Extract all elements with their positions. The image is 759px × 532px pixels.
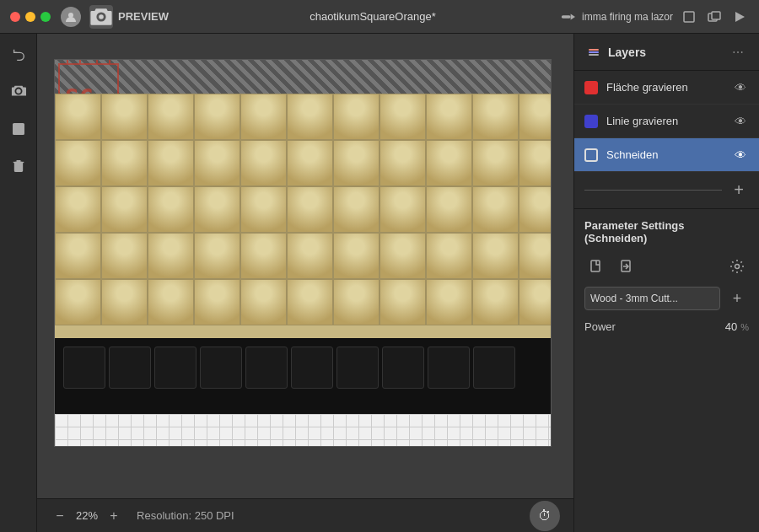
- camera-button[interactable]: [6, 79, 31, 105]
- tile: [55, 94, 101, 140]
- tile: [519, 233, 552, 279]
- avatar: [61, 7, 81, 27]
- material-add-button[interactable]: +: [725, 287, 749, 310]
- tile: [380, 186, 426, 233]
- dark-item: [473, 347, 515, 389]
- fit-button[interactable]: [6, 116, 31, 142]
- tile: [426, 279, 472, 325]
- camera-icon: [89, 5, 113, 29]
- minimize-button[interactable]: [25, 12, 35, 22]
- layers-icon: [586, 45, 601, 60]
- layer-color-flache: [584, 81, 598, 94]
- tile: [148, 186, 194, 233]
- dark-items: [55, 338, 552, 397]
- tile: [101, 94, 148, 140]
- param-file-icon-button[interactable]: [584, 255, 608, 278]
- tile: [287, 140, 333, 186]
- hatch-pattern: [55, 60, 551, 94]
- laser-label: imma firing ma lazor: [582, 11, 673, 23]
- dark-item: [382, 347, 424, 389]
- tile: [426, 140, 472, 186]
- timer-button[interactable]: ⏱: [530, 501, 560, 531]
- padded-tiles: [55, 94, 552, 338]
- canvas-wrapper: SC: [54, 59, 573, 490]
- power-value: 40: [725, 320, 737, 333]
- tile: [333, 233, 380, 279]
- tile: [287, 233, 333, 279]
- titlebar-right: imma firing ma lazor: [560, 8, 749, 26]
- tile: [519, 94, 552, 140]
- maximize-button[interactable]: [40, 12, 51, 22]
- zoom-value: 22%: [76, 509, 98, 522]
- undo-button[interactable]: [6, 42, 31, 67]
- zoom-out-button[interactable]: −: [51, 507, 69, 525]
- dark-item: [63, 347, 105, 389]
- tile: [472, 94, 519, 140]
- tile: [148, 233, 194, 279]
- tile: [426, 233, 472, 279]
- tile: [55, 279, 101, 325]
- layer-name-schneiden: Schneiden: [606, 148, 732, 161]
- tile: [472, 233, 519, 279]
- tile: [333, 140, 380, 186]
- layer-color-schneiden: [584, 148, 598, 162]
- delete-button[interactable]: [6, 153, 31, 179]
- svg-point-30: [735, 265, 740, 269]
- svg-rect-26: [589, 54, 599, 56]
- tile: [380, 140, 426, 186]
- tile: [519, 140, 552, 186]
- tile: [101, 233, 148, 279]
- param-gear-button[interactable]: [725, 255, 749, 278]
- dark-item: [154, 347, 196, 389]
- tile: [240, 279, 287, 325]
- main-area: SC: [0, 34, 759, 532]
- tile: [240, 94, 287, 140]
- dark-item: [109, 347, 151, 389]
- material-dropdown[interactable]: Wood - 3mm Cutt...: [584, 287, 720, 310]
- svg-rect-5: [712, 12, 720, 19]
- tile: [333, 186, 380, 233]
- tile: [472, 186, 519, 233]
- canvas-area[interactable]: SC: [37, 34, 573, 532]
- layer-name-linie: Linie gravieren: [606, 115, 732, 127]
- close-button[interactable]: [10, 12, 20, 22]
- zoom-in-button[interactable]: +: [105, 507, 123, 525]
- dark-item: [336, 347, 379, 389]
- tile: [194, 233, 240, 279]
- tile: [472, 140, 519, 186]
- layer-visibility-linie[interactable]: 👁: [732, 113, 749, 130]
- right-panel: Layers ⋯ Fläche gravieren 👁 Linie gravie…: [573, 34, 759, 532]
- tile: [101, 279, 148, 325]
- layer-item-schneiden[interactable]: Schneiden 👁: [574, 138, 759, 172]
- layer-visibility-flache[interactable]: 👁: [732, 79, 749, 96]
- param-export-icon-button[interactable]: [615, 255, 638, 278]
- tile: [148, 140, 194, 186]
- tile: [240, 140, 287, 186]
- svg-rect-1: [562, 15, 571, 19]
- layers-header: Layers ⋯: [574, 34, 759, 71]
- tile: [426, 94, 472, 140]
- layers-settings-button[interactable]: ⋯: [729, 43, 747, 62]
- svg-marker-6: [735, 12, 745, 22]
- layers-title: Layers: [608, 46, 729, 59]
- window-btn-1[interactable]: [680, 8, 698, 26]
- play-button[interactable]: [730, 8, 749, 26]
- resolution-label: Resolution: 250 DPI: [137, 509, 234, 522]
- tile: [333, 279, 380, 325]
- tile: [55, 140, 101, 186]
- tile: [519, 279, 552, 325]
- power-label: Power: [584, 320, 725, 333]
- tile: [194, 94, 240, 140]
- dark-strip: [55, 338, 552, 414]
- window-btn-2[interactable]: [705, 8, 724, 26]
- tile: [194, 186, 240, 233]
- add-layer-button[interactable]: +: [729, 180, 749, 201]
- dark-item: [428, 347, 470, 389]
- power-row: Power 40 %: [584, 320, 749, 333]
- layer-item-flache[interactable]: Fläche gravieren 👁: [574, 71, 759, 105]
- tile: [333, 94, 380, 140]
- layer-item-linie[interactable]: Linie gravieren 👁: [574, 105, 759, 138]
- filename-label: chaotikumSquareOrange*: [186, 10, 560, 23]
- layer-visibility-schneiden[interactable]: 👁: [732, 147, 749, 164]
- layers-footer: +: [574, 172, 759, 209]
